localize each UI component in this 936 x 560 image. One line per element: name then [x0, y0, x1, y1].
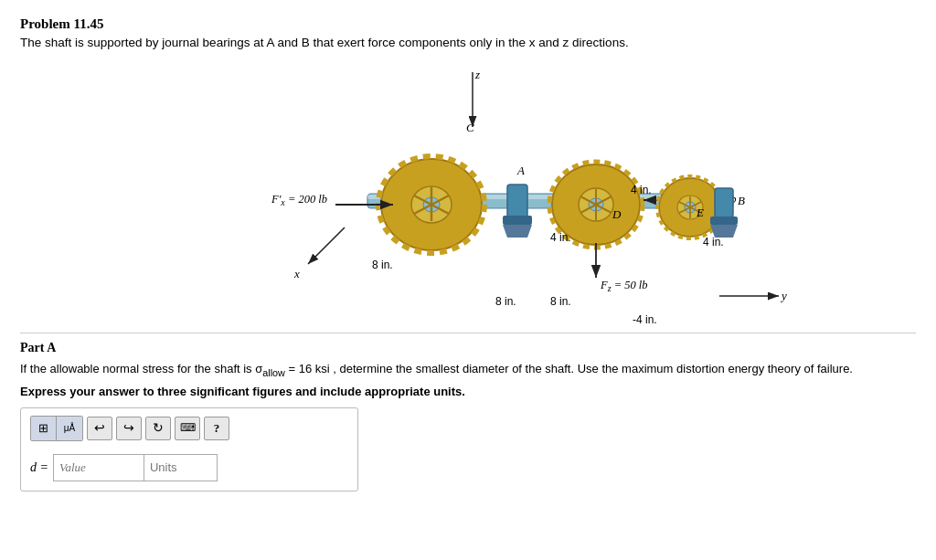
svg-rect-24 — [503, 216, 532, 225]
mu-a-button[interactable]: μÅ — [57, 417, 82, 440]
svg-text:Fz = 50 lb: Fz = 50 lb — [600, 279, 648, 293]
svg-text:4 in.: 4 in. — [631, 184, 652, 196]
svg-text:y: y — [780, 289, 787, 302]
mu-a-icon: μÅ — [64, 423, 75, 433]
problem-title: Problem 11.45 — [20, 16, 916, 32]
svg-rect-50 — [715, 188, 733, 217]
redo-button[interactable]: ↪ — [116, 417, 142, 440]
svg-text:B: B — [738, 194, 745, 207]
svg-text:E: E — [696, 206, 704, 219]
undo-icon: ↩ — [94, 420, 105, 436]
input-label: d = — [30, 460, 48, 475]
svg-text:C: C — [466, 121, 474, 134]
svg-rect-22 — [507, 185, 527, 217]
grid-icon: ⊞ — [38, 421, 48, 436]
redo-icon: ↪ — [123, 420, 134, 436]
value-input[interactable] — [53, 454, 144, 481]
svg-text:4 in.: 4 in. — [703, 236, 724, 248]
undo-button[interactable]: ↩ — [87, 417, 112, 440]
part-instruction: Express your answer to three significant… — [20, 385, 916, 398]
section-divider — [20, 333, 916, 333]
svg-text:8 in.: 8 in. — [495, 295, 516, 308]
diagram-svg: z x y C — [148, 58, 788, 323]
svg-text:z: z — [474, 68, 480, 81]
help-button[interactable]: ? — [204, 417, 229, 440]
help-icon: ? — [214, 421, 220, 436]
svg-text:4 in.: 4 in. — [550, 231, 571, 244]
answer-box: ⊞ μÅ ↩ ↪ ↻ ⌨ ? d = — [20, 407, 358, 491]
svg-text:x: x — [293, 267, 300, 280]
units-input[interactable] — [144, 454, 218, 481]
keyboard-button[interactable]: ⌨ — [175, 417, 200, 440]
svg-marker-25 — [503, 225, 532, 238]
svg-line-2 — [308, 227, 345, 264]
input-row: d = — [30, 454, 348, 481]
grid-icon-button[interactable]: ⊞ — [31, 417, 57, 440]
svg-rect-52 — [710, 217, 738, 225]
keyboard-icon: ⌨ — [180, 421, 196, 435]
part-label: Part A — [20, 341, 916, 355]
diagram-area: z x y C — [148, 58, 788, 323]
svg-text:8 in.: 8 in. — [550, 295, 571, 308]
svg-text:D: D — [612, 207, 622, 221]
reset-button[interactable]: ↻ — [145, 417, 171, 440]
svg-text:A: A — [516, 164, 525, 177]
reset-icon: ↻ — [153, 420, 164, 436]
svg-text:-4 in.: -4 in. — [633, 313, 657, 323]
svg-text:8 in.: 8 in. — [372, 259, 393, 271]
toolbar: ⊞ μÅ ↩ ↪ ↻ ⌨ ? — [30, 416, 348, 447]
part-description: If the allowable normal stress for the s… — [20, 360, 916, 380]
problem-description: The shaft is supported by journal bearin… — [20, 36, 916, 49]
svg-text:F'x = 200 lb: F'x = 200 lb — [271, 193, 327, 207]
format-button-group[interactable]: ⊞ μÅ — [30, 416, 83, 441]
